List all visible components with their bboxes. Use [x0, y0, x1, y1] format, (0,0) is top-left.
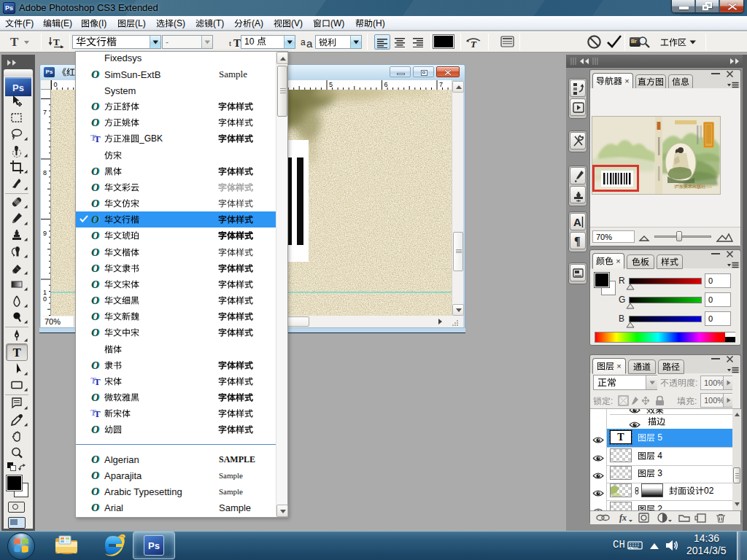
svg-text:T: T: [233, 37, 241, 48]
svg-text:7: 7: [439, 81, 443, 88]
svg-text:¶: ¶: [574, 235, 581, 247]
svg-text:A: A: [573, 216, 581, 228]
svg-text:T: T: [471, 39, 477, 49]
svg-text:t: t: [229, 39, 231, 47]
svg-text:0: 0: [43, 295, 47, 303]
svg-text:T: T: [13, 346, 22, 359]
svg-text:a: a: [306, 37, 313, 48]
svg-text:8: 8: [43, 169, 47, 176]
svg-text:9: 9: [43, 230, 47, 237]
svg-text:0: 0: [54, 81, 58, 88]
svg-text:7: 7: [43, 109, 47, 116]
svg-text:a: a: [301, 37, 306, 47]
svg-text:广东美术出版社: 广东美术出版社: [675, 184, 705, 189]
svg-text:6: 6: [384, 81, 388, 88]
svg-text:5: 5: [329, 81, 333, 88]
svg-text:fx: fx: [619, 513, 627, 523]
svg-text:T: T: [53, 36, 60, 47]
